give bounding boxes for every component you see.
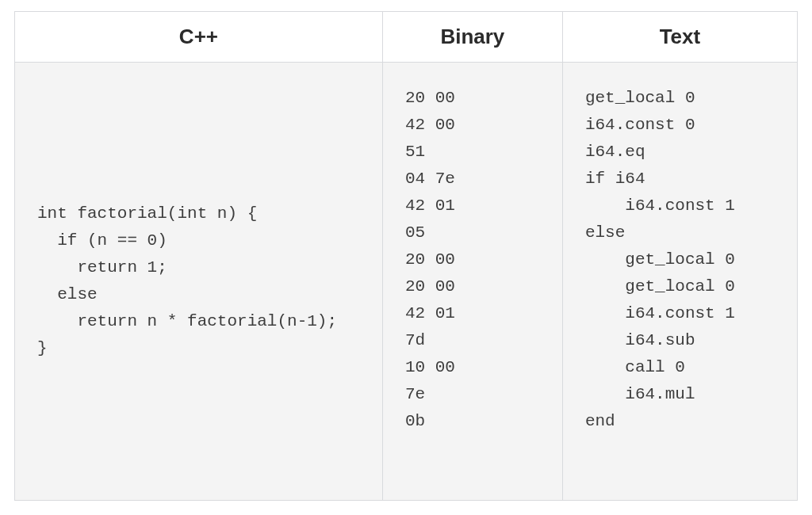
- cell-binary: 20 00 42 00 51 04 7e 42 01 05 20 00 20 0…: [382, 63, 562, 501]
- code-comparison-table: C++ Binary Text int factorial(int n) { i…: [14, 11, 798, 501]
- column-header-cpp: C++: [15, 12, 383, 63]
- column-header-binary: Binary: [382, 12, 562, 63]
- binary-bytes: 20 00 42 00 51 04 7e 42 01 05 20 00 20 0…: [405, 85, 540, 435]
- table-row: int factorial(int n) { if (n == 0) retur…: [15, 63, 798, 501]
- cell-text: get_local 0 i64.const 0 i64.eq if i64 i6…: [562, 63, 797, 501]
- cpp-source-code: int factorial(int n) { if (n == 0) retur…: [37, 200, 360, 362]
- code-comparison-container: C++ Binary Text int factorial(int n) { i…: [0, 0, 812, 515]
- wasm-text-format: get_local 0 i64.const 0 i64.eq if i64 i6…: [585, 85, 775, 435]
- cell-cpp: int factorial(int n) { if (n == 0) retur…: [15, 63, 383, 501]
- table-header-row: C++ Binary Text: [15, 12, 798, 63]
- column-header-text: Text: [562, 12, 797, 63]
